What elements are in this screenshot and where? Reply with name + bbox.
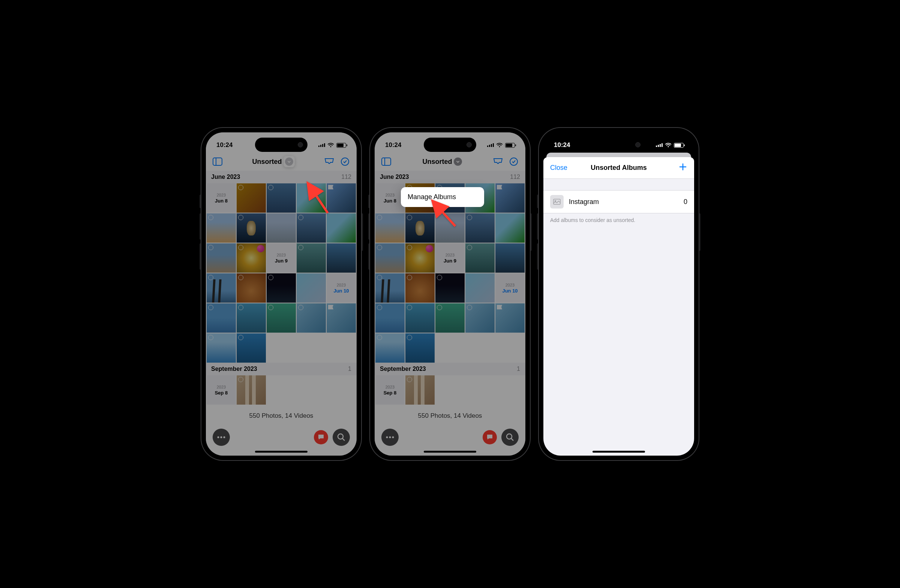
cellular-icon (487, 143, 494, 147)
photo-thumbnail[interactable] (267, 183, 296, 213)
photo-thumbnail[interactable] (376, 244, 405, 273)
photo-thumbnail[interactable] (466, 213, 495, 243)
title-dropdown-button[interactable] (284, 156, 295, 167)
sheet-navbar: Close Unsorted Albums (543, 157, 694, 179)
more-button[interactable] (213, 429, 230, 446)
page-title: Unsorted (227, 156, 320, 167)
summary-text: 550 Photos, 14 Videos (206, 405, 357, 427)
svg-point-11 (510, 158, 517, 165)
section-header-june: June 2023112 (375, 171, 525, 183)
date-cell[interactable]: 2023Jun 10 (327, 273, 356, 303)
toolbar: Unsorted (206, 153, 357, 171)
photo-thumbnail[interactable] (267, 273, 296, 303)
photo-thumbnail[interactable] (466, 303, 495, 333)
summary-text: 550 Photos, 14 Videos (375, 405, 525, 427)
svg-point-2 (341, 158, 349, 165)
svg-point-6 (338, 434, 343, 439)
photo-thumbnail[interactable] (327, 244, 356, 273)
add-button[interactable] (665, 162, 687, 173)
date-cell[interactable]: 2023Jun 8 (376, 183, 405, 213)
date-cell[interactable]: 2023Sep 8 (376, 375, 405, 405)
section-header-june: June 2023112 (206, 171, 357, 183)
photo-thumbnail[interactable] (296, 244, 326, 273)
svg-line-8 (309, 185, 328, 213)
date-cell[interactable]: 2023Sep 8 (206, 375, 236, 405)
sidebar-toggle-icon[interactable] (380, 155, 393, 168)
photo-thumbnail[interactable] (495, 213, 524, 243)
select-icon[interactable] (338, 155, 351, 168)
photo-thumbnail[interactable] (237, 183, 266, 213)
chevron-down-icon (285, 158, 293, 166)
photo-thumbnail[interactable] (376, 303, 405, 333)
photo-thumbnail[interactable] (405, 375, 434, 405)
photo-thumbnail[interactable] (327, 303, 356, 333)
photo-thumbnail[interactable] (405, 334, 434, 363)
status-time: 10:24 (385, 141, 401, 149)
toolbar: Unsorted (375, 153, 525, 171)
inbox-icon[interactable] (323, 155, 336, 168)
photo-thumbnail[interactable] (237, 303, 266, 333)
photo-thumbnail[interactable] (296, 273, 326, 303)
photo-thumbnail[interactable] (206, 273, 236, 303)
wifi-icon (496, 143, 503, 148)
svg-line-16 (511, 438, 514, 441)
photo-thumbnail[interactable] (376, 334, 405, 363)
wifi-icon (665, 143, 672, 148)
svg-point-4 (220, 436, 222, 438)
photo-thumbnail[interactable] (466, 273, 495, 303)
album-count: 0 (684, 198, 687, 206)
battery-icon (674, 143, 684, 148)
status-time: 10:24 (216, 141, 233, 149)
search-button[interactable] (501, 429, 518, 446)
close-button[interactable]: Close (550, 164, 573, 172)
svg-point-13 (389, 436, 391, 438)
cellular-icon (318, 143, 325, 147)
phone-1: 10:24 Unsorted June (201, 127, 362, 461)
date-cell[interactable]: 2023Jun 8 (206, 183, 236, 213)
photo-thumbnail[interactable] (206, 244, 236, 273)
photo-thumbnail[interactable] (495, 183, 524, 213)
modal-sheet: Close Unsorted Albums Instagram 0 Add al… (543, 157, 694, 456)
album-row[interactable]: Instagram 0 (543, 190, 694, 213)
photo-thumbnail[interactable] (405, 244, 434, 273)
chevron-down-icon[interactable] (454, 158, 462, 166)
photo-thumbnail[interactable] (206, 334, 236, 363)
dynamic-island (593, 138, 645, 152)
annotation-arrow (427, 198, 461, 233)
svg-rect-0 (213, 158, 222, 165)
photo-thumbnail[interactable] (267, 303, 296, 333)
photo-thumbnail[interactable] (466, 244, 495, 273)
photo-thumbnail[interactable] (206, 303, 236, 333)
photo-thumbnail[interactable] (237, 334, 266, 363)
photo-thumbnail[interactable] (376, 273, 405, 303)
chat-button[interactable] (483, 430, 497, 444)
svg-rect-9 (382, 158, 391, 165)
photo-thumbnail[interactable] (237, 273, 266, 303)
photo-thumbnail[interactable] (237, 375, 266, 405)
select-icon[interactable] (507, 155, 520, 168)
inbox-icon[interactable] (492, 155, 504, 168)
photo-thumbnail[interactable] (435, 273, 465, 303)
photo-thumbnail[interactable] (237, 244, 266, 273)
photo-thumbnail[interactable] (495, 303, 524, 333)
photo-thumbnail[interactable] (376, 213, 405, 243)
photo-thumbnail[interactable] (435, 303, 465, 333)
annotation-arrow (303, 181, 334, 220)
more-button[interactable] (382, 429, 399, 446)
date-cell[interactable]: 2023Jun 9 (267, 244, 296, 273)
photo-thumbnail[interactable] (296, 303, 326, 333)
photo-thumbnail[interactable] (405, 303, 434, 333)
photo-thumbnail[interactable] (206, 213, 236, 243)
section-header-sept: September 20231 (375, 363, 525, 375)
date-cell[interactable]: 2023Jun 9 (435, 244, 465, 273)
svg-point-12 (386, 436, 388, 438)
chat-button[interactable] (314, 430, 328, 444)
search-button[interactable] (333, 429, 350, 446)
photo-thumbnail[interactable] (495, 244, 524, 273)
date-cell[interactable]: 2023Jun 10 (495, 273, 524, 303)
album-name: Instagram (569, 198, 678, 206)
photo-thumbnail[interactable] (405, 273, 434, 303)
photo-thumbnail[interactable] (237, 213, 266, 243)
sidebar-toggle-icon[interactable] (211, 155, 224, 168)
photo-thumbnail[interactable] (267, 213, 296, 243)
